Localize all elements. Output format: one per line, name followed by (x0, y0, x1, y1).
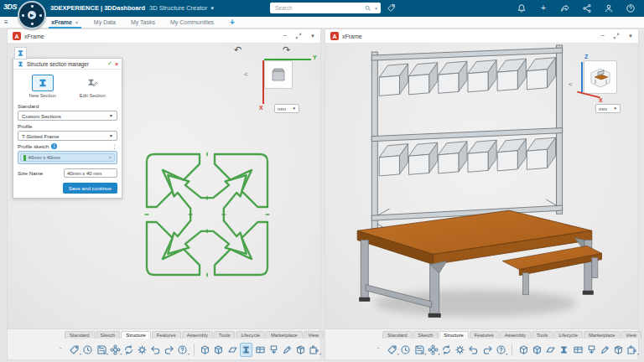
section-tool-icon[interactable] (14, 47, 27, 59)
panel-collapse-icon[interactable]: ▼ (628, 34, 633, 39)
apps-icon[interactable]: ▾ (309, 343, 320, 357)
dock-tab-features[interactable]: Features (152, 331, 181, 339)
add-icon[interactable]: + (538, 3, 548, 13)
dialog-ok-icon[interactable]: ✓ (107, 60, 112, 67)
standard-select[interactable]: Custom Sections ▼ (18, 111, 117, 121)
cube-icon[interactable] (531, 343, 543, 357)
minimize-icon[interactable]: − (600, 33, 605, 39)
package-icon[interactable] (295, 343, 307, 357)
dock-tab-tools[interactable]: Tools (214, 331, 236, 339)
frame-icon[interactable] (200, 343, 211, 357)
plate-icon[interactable] (226, 343, 238, 357)
tab-my-tasks[interactable]: My Tasks (130, 18, 156, 27)
output-icon[interactable] (585, 343, 597, 357)
pen-icon[interactable] (281, 343, 293, 357)
dock-tab-tools[interactable]: Tools (532, 331, 553, 339)
3dexperience-compass[interactable]: ▶ (18, 1, 46, 29)
help-icon[interactable]: ▾ (177, 343, 189, 357)
global-search[interactable]: Search ▼ (270, 3, 381, 13)
pen-icon[interactable] (599, 343, 610, 357)
view-orientation-widget[interactable] (264, 60, 293, 89)
units-select[interactable]: mm ▼ (274, 104, 299, 113)
save-and-continue-button[interactable]: Save and continue (63, 183, 117, 194)
package-icon[interactable] (613, 343, 625, 357)
apps-icon[interactable]: ▾ (626, 343, 638, 357)
panel-icon[interactable] (572, 343, 584, 357)
history-icon[interactable] (82, 343, 94, 357)
beam-icon[interactable] (240, 343, 252, 357)
dock-tab-lifecycle[interactable]: Lifecycle (553, 331, 583, 339)
search-icon[interactable] (365, 5, 371, 12)
dock-tab-sketch[interactable]: Sketch (413, 331, 439, 339)
cube-icon[interactable] (213, 343, 225, 357)
dialog-title-bar[interactable]: Structure section manager ✓ × (13, 59, 122, 70)
new-content-icon[interactable]: ▾ (427, 343, 439, 357)
save-icon[interactable]: ▾ (96, 343, 107, 357)
edit-section-tile[interactable]: Edit Section (70, 73, 114, 100)
dock-tab-assembly[interactable]: Assembly (182, 331, 213, 339)
settings-icon[interactable] (454, 343, 466, 357)
tab-xframe[interactable]: xFrame▼ (50, 18, 80, 27)
model-viewport[interactable]: < Z X mm ▼ (325, 44, 638, 328)
collapse-view-tools-icon[interactable]: < (569, 80, 573, 88)
dock-tab-standard[interactable]: Standard (382, 331, 413, 339)
dock-collapse-icon[interactable]: ˇ (60, 346, 62, 354)
search-options-caret-icon[interactable]: ▼ (374, 6, 378, 11)
sketch-viewport[interactable]: Structure section manager ✓ × New Sectio… (8, 44, 320, 328)
add-tab-button[interactable]: + (230, 18, 235, 27)
size-name-input[interactable]: 40mm x 40 mm (64, 168, 117, 178)
tag-icon[interactable] (387, 3, 396, 13)
tab-my-data[interactable]: My Data (93, 18, 117, 27)
minimize-icon[interactable]: − (283, 33, 287, 39)
tab-caret-icon[interactable]: ▼ (75, 20, 79, 25)
dialog-close-icon[interactable]: × (115, 61, 118, 67)
panel-icon[interactable] (254, 343, 266, 357)
dock-tab-standard[interactable]: Standard (65, 331, 95, 339)
expand-icon[interactable] (295, 33, 302, 39)
rotate-left-icon[interactable]: ↶ (234, 45, 242, 54)
new-content-icon[interactable]: ▾ (109, 343, 121, 357)
help-icon[interactable]: ▾ (495, 343, 506, 357)
bell-icon[interactable] (517, 3, 527, 13)
save-icon[interactable]: ▾ (413, 343, 425, 357)
network-icon[interactable] (582, 3, 592, 13)
dock-tab-structure[interactable]: Structure (439, 331, 469, 339)
refresh-icon[interactable] (122, 343, 134, 357)
dock-tab-lifecycle[interactable]: Lifecycle (236, 331, 265, 339)
units-select[interactable]: mm ▼ (595, 104, 621, 113)
help-icon[interactable] (626, 3, 636, 13)
t-slot-profile-sketch[interactable] (132, 132, 283, 297)
new-section-tile[interactable]: New Section (21, 73, 65, 100)
dock-tab-assembly[interactable]: Assembly (500, 331, 531, 339)
panel-collapse-icon[interactable]: ▼ (310, 34, 315, 39)
user-icon[interactable] (604, 3, 614, 13)
expand-icon[interactable] (613, 33, 620, 39)
rotate-right-icon[interactable]: ↶ (283, 45, 290, 54)
sketch-chip[interactable]: 40mm x 40mm × (20, 153, 115, 162)
redo-icon[interactable] (164, 343, 175, 357)
history-icon[interactable] (400, 343, 412, 357)
export-icon[interactable]: ▾ (387, 343, 398, 357)
sketch-options-kebab-icon[interactable]: ⋮ (112, 143, 117, 149)
undo-icon[interactable] (150, 343, 162, 357)
plate-icon[interactable] (545, 343, 557, 357)
collapse-panel-icon[interactable]: ≡ (4, 19, 13, 27)
dock-tab-view[interactable]: View (304, 331, 324, 339)
dock-tab-features[interactable]: Features (470, 331, 499, 339)
export-icon[interactable]: ▾ (69, 343, 80, 357)
dock-tab-sketch[interactable]: Sketch (96, 331, 121, 339)
app-switch-caret-icon[interactable]: ▼ (210, 6, 215, 11)
chip-remove-icon[interactable]: × (108, 155, 112, 160)
redo-icon[interactable] (481, 343, 493, 357)
dock-tab-structure[interactable]: Structure (121, 331, 151, 339)
undo-icon[interactable] (468, 343, 480, 357)
view-orientation-widget[interactable] (584, 60, 617, 94)
dock-tab-marketplace[interactable]: Marketplace (584, 331, 621, 339)
beam-icon[interactable] (558, 343, 570, 357)
dock-tab-marketplace[interactable]: Marketplace (266, 331, 303, 339)
dock-tab-view[interactable]: View (621, 331, 641, 339)
dock-collapse-icon[interactable]: ˇ (377, 346, 380, 354)
profile-select[interactable]: T-Slotted Frame ▼ (18, 131, 117, 141)
compass-play-icon[interactable]: ▶ (28, 11, 36, 19)
tab-my-communities[interactable]: My Communities (169, 18, 215, 27)
